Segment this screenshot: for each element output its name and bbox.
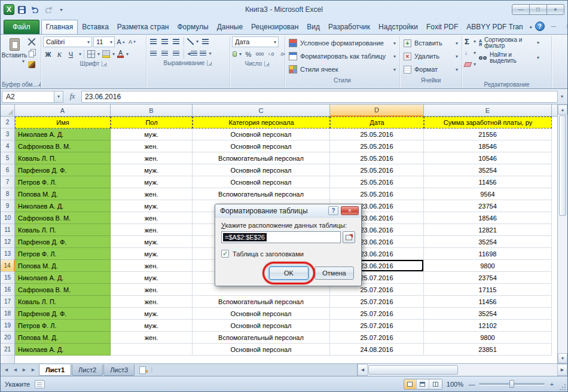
cell-A15[interactable]: Николаев А. Д. (15, 272, 111, 284)
cell-A6[interactable]: Парфенов Д. Ф. (15, 164, 111, 176)
scroll-up-button[interactable]: ▲ (558, 105, 567, 115)
maximize-button[interactable]: □ (529, 4, 547, 15)
align-right-button[interactable] (171, 48, 181, 59)
cell-B5[interactable]: жен. (111, 152, 193, 164)
cell-B19[interactable]: муж. (111, 320, 193, 332)
column-header-C[interactable]: C (193, 105, 330, 117)
cell-B9[interactable]: муж. (111, 200, 193, 212)
font-size-select[interactable]: 11▾ (93, 36, 115, 47)
cell-D21[interactable]: 24.08.2016 (330, 344, 424, 356)
cell-E5[interactable]: 10546 (424, 152, 552, 164)
horizontal-scrollbar[interactable]: ◀ ▶ (357, 364, 567, 376)
row-header-11[interactable]: 11 (1, 224, 15, 236)
dialog-help-button[interactable]: ? (328, 206, 338, 215)
row-header-10[interactable]: 10 (1, 212, 15, 224)
page-break-view-button[interactable] (429, 379, 442, 389)
cell-E10[interactable]: 18546 (424, 212, 552, 224)
dialog-launcher-icon[interactable] (264, 61, 270, 66)
workbook-restore-button[interactable]: □ (563, 22, 567, 30)
close-button[interactable]: × (546, 4, 564, 15)
align-bottom-button[interactable] (171, 36, 181, 47)
prev-sheet-button[interactable]: ◀ (11, 366, 20, 375)
cell-E3[interactable]: 21556 (424, 128, 552, 140)
cell-B8[interactable]: жен. (111, 188, 193, 200)
cell-A2[interactable]: Имя (15, 117, 111, 128)
zoom-thumb[interactable] (509, 380, 514, 388)
cell-C21[interactable]: Основной персонал (193, 344, 330, 356)
minimize-ribbon-button[interactable]: ▴ (530, 24, 532, 29)
column-header-A[interactable]: A (15, 105, 111, 117)
horizontal-scroll-thumb[interactable] (368, 365, 458, 375)
resize-grip[interactable] (559, 383, 567, 391)
vertical-scroll-track[interactable] (558, 115, 567, 353)
cell-E21[interactable]: 23851 (424, 344, 552, 356)
cell-E19[interactable]: 12102 (424, 320, 552, 332)
underline-button[interactable]: Ч (66, 49, 76, 59)
range-input[interactable]: =$A$2:$E$26 (221, 231, 341, 243)
cell-B7[interactable]: муж. (111, 176, 193, 188)
percent-button[interactable]: % (243, 49, 254, 59)
cell-B10[interactable]: жен. (111, 212, 193, 224)
cell-E9[interactable]: 23754 (424, 200, 552, 212)
cell-B20[interactable]: жен. (111, 332, 193, 344)
increase-font-button[interactable]: А▲ (116, 37, 126, 47)
cell-styles-button[interactable]: Стили ячеек ▾ (287, 63, 398, 76)
formula-input[interactable]: 23.06.2016 (81, 91, 558, 103)
dialog-close-button[interactable]: × (341, 206, 359, 215)
cell-C7[interactable]: Основной персонал (193, 176, 330, 188)
save-button[interactable] (16, 5, 28, 15)
row-header-15[interactable]: 15 (1, 272, 15, 284)
comma-style-button[interactable]: 000 (255, 49, 265, 59)
page-layout-view-button[interactable] (417, 379, 429, 389)
cell-D4[interactable]: 25.05.2016 (330, 140, 424, 152)
zoom-level[interactable]: 100% (447, 381, 463, 388)
scroll-right-button[interactable]: ▶ (557, 364, 567, 376)
cell-B21[interactable] (111, 344, 193, 356)
cell-A11[interactable]: Коваль Л. П. (15, 224, 111, 236)
cell-A17[interactable]: Коваль Л. П. (15, 296, 111, 308)
cell-C6[interactable]: Основной персонал (193, 164, 330, 176)
qat-menu-button[interactable]: ▾ (56, 5, 67, 15)
ribbon-tab-Надстройки[interactable]: Надстройки (374, 20, 422, 34)
cell-E7[interactable]: 11456 (424, 176, 552, 188)
name-box-caret[interactable]: ▾ (54, 91, 63, 103)
decrease-font-button[interactable]: А▼ (127, 37, 138, 47)
cell-E14[interactable]: 9800 (424, 260, 552, 272)
cell-B15[interactable]: муж. (111, 272, 193, 284)
cell-E2[interactable]: Сумма заработной платы, ру (424, 117, 552, 128)
zoom-out-button[interactable]: — (468, 380, 476, 388)
cell-A18[interactable]: Парфенов Д. Ф. (15, 308, 111, 320)
ribbon-tab-ABBYY PDF Tran[interactable]: ABBYY PDF Tran (462, 20, 527, 34)
cell-D18[interactable]: 25.07.2016 (330, 308, 424, 320)
row-header-16[interactable]: 16 (1, 284, 15, 296)
cell-C5[interactable]: Вспомогательный персонал (193, 152, 330, 164)
format-cells-button[interactable]: Формат ▾ (402, 63, 460, 76)
cell-D8[interactable]: 25.05.2016 (330, 188, 424, 200)
cell-B18[interactable]: муж. (111, 308, 193, 320)
column-header-E[interactable]: E (424, 105, 552, 117)
first-sheet-button[interactable]: ◀ (2, 366, 11, 375)
cell-A4[interactable]: Сафронова В. М. (15, 140, 111, 152)
ribbon-tab-Разработчик[interactable]: Разработчик (324, 20, 374, 34)
expand-formula-bar-button[interactable]: ▾ (558, 91, 566, 103)
align-center-button[interactable] (160, 48, 170, 59)
cell-B13[interactable]: муж. (111, 248, 193, 260)
scroll-left-button[interactable]: ◀ (358, 364, 368, 376)
cell-D2[interactable]: Дата (330, 117, 424, 128)
zoom-track[interactable] (479, 383, 545, 385)
tab-splitter[interactable]: ⁞ (149, 364, 154, 376)
cell-A12[interactable]: Парфенов Д. Ф. (15, 236, 111, 248)
row-header-2[interactable]: 2 (1, 117, 15, 128)
cell-A9[interactable]: Николаев А. Д. (15, 200, 111, 212)
font-name-select[interactable]: Calibri▾ (43, 36, 92, 47)
ribbon-tab-Рецензирован[interactable]: Рецензирован (247, 20, 303, 34)
cell-B3[interactable]: муж. (111, 128, 193, 140)
sheet-tab-Лист3[interactable]: Лист3 (103, 365, 135, 376)
ribbon-tab-Foxit PDF[interactable]: Foxit PDF (422, 20, 462, 34)
bold-button[interactable]: Ж (43, 49, 53, 59)
help-icon[interactable]: ? (535, 22, 545, 31)
row-header-7[interactable]: 7 (1, 176, 15, 188)
cell-A20[interactable]: Попова М. Д. (15, 332, 111, 344)
undo-button[interactable] (29, 5, 41, 15)
row-header-14[interactable]: 14 (1, 260, 15, 272)
